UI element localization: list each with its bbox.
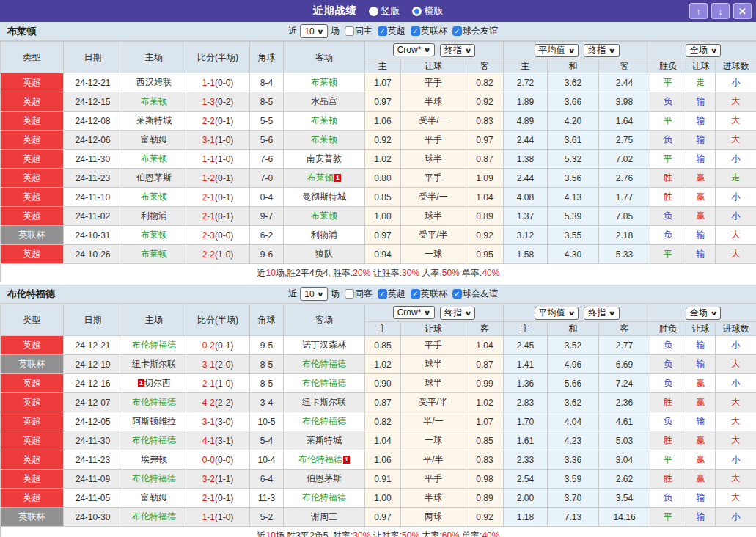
summary-segment: 大率: bbox=[419, 268, 442, 278]
match-score: 0-0(0-0) bbox=[186, 450, 250, 470]
match-row: 英超24-11-30布莱顿1-1(1-0)7-6南安普敦1.02球半0.871.… bbox=[1, 150, 756, 169]
avg-home-odds: 2.72 bbox=[504, 73, 548, 92]
home-odds: 0.82 bbox=[365, 412, 401, 431]
avg-away-odds: 2.62 bbox=[599, 470, 650, 489]
halftime-score: (3-1) bbox=[215, 436, 233, 446]
result-wdl: 平 bbox=[650, 112, 686, 131]
league-epl-checkbox[interactable]: ✓ 英超 bbox=[378, 288, 405, 300]
bookmaker-select[interactable]: Crow*∨ bbox=[393, 306, 435, 319]
team-name: 布伦特福德 bbox=[132, 435, 176, 445]
home-team: 富勒姆 bbox=[122, 131, 186, 150]
avg-draw-odds: 3.56 bbox=[548, 169, 599, 188]
final-odds-select[interactable]: 终指∨ bbox=[440, 307, 475, 320]
away-team: 莱斯特城 bbox=[284, 431, 365, 450]
checkbox-checked-icon[interactable]: ✓ bbox=[411, 289, 420, 299]
home-team: 阿斯顿维拉 bbox=[122, 412, 186, 431]
away-team: 布莱顿 bbox=[284, 73, 365, 92]
average-select[interactable]: 平均值∨ bbox=[535, 44, 579, 57]
away-odds: 0.87 bbox=[466, 355, 504, 374]
final-odds-select[interactable]: 终指∨ bbox=[440, 44, 475, 57]
checkbox-checked-icon[interactable]: ✓ bbox=[378, 289, 387, 299]
checkbox-checked-icon[interactable]: ✓ bbox=[452, 26, 462, 36]
fulltime-select[interactable]: 全场∨ bbox=[686, 44, 721, 57]
home-team: 利物浦 bbox=[122, 207, 186, 226]
halftime-score: (0-2) bbox=[215, 97, 233, 107]
match-date: 24-11-02 bbox=[64, 207, 122, 226]
away-odds: 0.89 bbox=[466, 489, 504, 508]
match-row: 英超24-12-08莱斯特城2-2(0-1)5-5布莱顿1.06受半/一0.83… bbox=[1, 112, 756, 131]
summary-segment: 30% bbox=[353, 530, 370, 537]
avg-away-odds: 7.24 bbox=[599, 374, 650, 393]
final-odds-select-2[interactable]: 终指∨ bbox=[584, 307, 619, 320]
team-name: 谢周三 bbox=[311, 511, 337, 522]
halftime-score: (1-1) bbox=[215, 474, 233, 484]
away-team: 狼队 bbox=[284, 245, 365, 264]
result-goals: 大 bbox=[716, 489, 756, 508]
fulltime-select[interactable]: 全场∨ bbox=[686, 307, 721, 320]
avg-away-odds: 1.64 bbox=[599, 112, 650, 131]
result-handicap: 赢 bbox=[686, 169, 716, 188]
league-type-badge: 英超 bbox=[1, 112, 64, 131]
league-type-badge: 英超 bbox=[1, 207, 64, 226]
result-handicap: 输 bbox=[686, 489, 716, 508]
league-epl-checkbox[interactable]: ✓ 英超 bbox=[378, 25, 405, 37]
league-friendly-checkbox[interactable]: ✓ 球会友谊 bbox=[452, 288, 498, 300]
avg-draw-odds: 5.39 bbox=[548, 207, 599, 226]
fulltime-score: 3-2 bbox=[202, 474, 215, 484]
checkbox-checked-icon[interactable]: ✓ bbox=[452, 289, 462, 299]
handicap-line: 半球 bbox=[401, 489, 466, 508]
radio-selected-icon[interactable] bbox=[412, 7, 422, 16]
col-home: 主场 bbox=[122, 304, 186, 336]
away-odds: 1.02 bbox=[466, 393, 504, 412]
league-eflcup-checkbox[interactable]: ✓ 英联杯 bbox=[411, 288, 447, 300]
layout-vertical-radio[interactable]: 竖版 bbox=[369, 4, 400, 18]
checkbox-unchecked-icon[interactable] bbox=[345, 289, 354, 299]
bookmaker-select[interactable]: Crow*∨ bbox=[393, 43, 435, 56]
league-type-badge: 英超 bbox=[1, 245, 64, 264]
checkbox-checked-icon[interactable]: ✓ bbox=[378, 26, 387, 36]
close-button[interactable]: ✕ bbox=[733, 3, 752, 19]
summary-segment: 20% bbox=[353, 268, 370, 278]
halftime-score: (0-1) bbox=[215, 173, 233, 183]
league-friendly-checkbox[interactable]: ✓ 球会友谊 bbox=[452, 25, 498, 37]
league-eflcup-checkbox[interactable]: ✓ 英联杯 bbox=[411, 25, 447, 37]
team-name: 莱斯特城 bbox=[136, 115, 172, 125]
handicap-line: 受平/半 bbox=[401, 226, 466, 245]
match-score: 4-1(3-1) bbox=[186, 431, 250, 450]
games-label: 场 bbox=[331, 25, 340, 37]
checkbox-checked-icon[interactable]: ✓ bbox=[411, 26, 420, 36]
result-goals: 小 bbox=[716, 508, 756, 527]
same-venue-checkbox[interactable]: 同主 bbox=[345, 25, 373, 37]
match-score: 2-1(1-0) bbox=[186, 374, 250, 393]
recent-count-select[interactable]: 10 ∨ bbox=[300, 24, 328, 38]
home-team: 布伦特福德 bbox=[122, 431, 186, 450]
col-result-handicap: 让球 bbox=[686, 59, 716, 73]
avg-home-odds: 1.37 bbox=[504, 207, 548, 226]
home-team: 布莱顿 bbox=[122, 245, 186, 264]
home-team: 莱斯特城 bbox=[122, 112, 186, 131]
match-score: 0-2(0-1) bbox=[186, 336, 250, 355]
checkbox-unchecked-icon[interactable] bbox=[345, 26, 354, 36]
corner-count: 5-6 bbox=[250, 131, 284, 150]
home-odds: 0.97 bbox=[365, 508, 401, 527]
result-handicap: 赢 bbox=[686, 393, 716, 412]
layout-horizontal-radio[interactable]: 横版 bbox=[412, 4, 444, 18]
result-goals: 小 bbox=[716, 207, 756, 226]
handicap-line: 受半/一 bbox=[401, 112, 466, 131]
average-select[interactable]: 平均值∨ bbox=[535, 307, 579, 320]
corner-count: 6-2 bbox=[250, 226, 284, 245]
radio-unselected-icon[interactable] bbox=[369, 7, 378, 16]
move-down-button[interactable]: ↓ bbox=[711, 3, 730, 19]
summary-segment: 60% bbox=[442, 530, 460, 537]
team-name: 布伦特福德 bbox=[302, 359, 346, 369]
move-up-button[interactable]: ↑ bbox=[689, 3, 708, 19]
league-type-badge: 英超 bbox=[1, 73, 64, 92]
same-venue-checkbox[interactable]: 同客 bbox=[345, 288, 373, 300]
chevron-down-icon: ∨ bbox=[424, 46, 431, 54]
col-avg-away: 客 bbox=[599, 322, 650, 336]
recent-count-select[interactable]: 10 ∨ bbox=[300, 287, 328, 301]
odds-group-header: Crow*∨ 终指∨ bbox=[365, 42, 504, 59]
result-goals: 小 bbox=[716, 450, 756, 470]
final-odds-select-2[interactable]: 终指∨ bbox=[584, 44, 619, 57]
result-handicap: 输 bbox=[686, 245, 716, 264]
